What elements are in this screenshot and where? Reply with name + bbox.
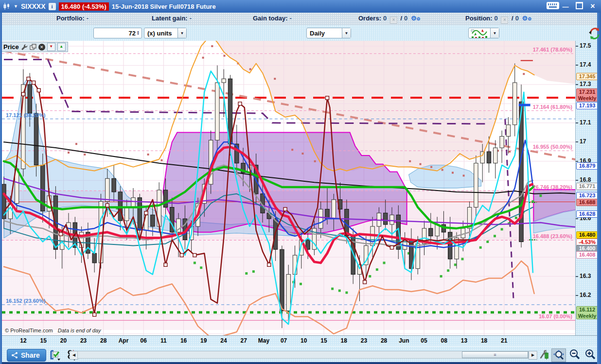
green-dot bbox=[454, 263, 457, 266]
move-panel-up-icon[interactable]: ▲ bbox=[57, 43, 66, 51]
y-tick-mark bbox=[576, 65, 578, 66]
red-dot bbox=[211, 45, 213, 47]
candlestick-icon[interactable] bbox=[3, 2, 11, 10]
price-axis[interactable]: 17.517.417.317.11716.916.816.616.316.217… bbox=[575, 41, 597, 335]
keyboard-icon[interactable] bbox=[547, 2, 557, 11]
green-dot bbox=[345, 292, 348, 294]
orders-settings-icon[interactable]: ⚙⚙ bbox=[411, 15, 421, 22]
zoom-tool-button[interactable] bbox=[551, 348, 566, 362]
zigzag-marker bbox=[21, 92, 25, 96]
x-tick-label: 23 bbox=[361, 337, 367, 344]
zoom-tool-icon bbox=[553, 349, 565, 361]
symbol-dropdown-caret[interactable]: ▼ bbox=[14, 4, 18, 9]
green-dot bbox=[331, 288, 334, 290]
cancel-orders-icon[interactable]: × bbox=[390, 17, 397, 24]
red-dot bbox=[224, 55, 226, 57]
timeframe-select[interactable]: Daily▼ bbox=[306, 28, 351, 38]
zigzag-marker bbox=[27, 77, 30, 81]
zoom-in-button[interactable] bbox=[583, 348, 597, 361]
green-dot bbox=[479, 246, 482, 249]
price-badge-17.231: 17.231Weekly bbox=[576, 88, 598, 102]
zigzag-marker bbox=[93, 313, 96, 316]
scroll-right-arrow[interactable]: ▶ bbox=[529, 351, 537, 360]
fib-label: 17.461 (78.60%) bbox=[533, 47, 573, 52]
close-position-icon[interactable]: × bbox=[501, 17, 508, 24]
y-tick-label: 17 bbox=[580, 138, 586, 145]
close-button[interactable]: × bbox=[587, 2, 598, 11]
zoom-out-icon bbox=[569, 349, 581, 361]
x-tick-label: Jun bbox=[399, 337, 409, 344]
zigzag-marker bbox=[238, 102, 242, 105]
x-tick-label: 18 bbox=[481, 337, 487, 344]
refresh-data-icon[interactable] bbox=[588, 26, 601, 41]
bottom-toolbar: Share ◀ ≡ ▶ bbox=[0, 346, 601, 364]
chart-type-dropdown-caret[interactable]: ▼ bbox=[490, 28, 499, 38]
red-dot bbox=[463, 174, 465, 176]
green-dot bbox=[338, 290, 341, 292]
close-panel-icon[interactable]: ✕ bbox=[38, 44, 45, 51]
candle bbox=[506, 117, 510, 154]
red-dot bbox=[161, 159, 163, 161]
position-settings-icon[interactable]: ⚙⚙ bbox=[522, 15, 532, 22]
y-tick-label: 17.4 bbox=[580, 61, 591, 68]
share-button[interactable]: Share bbox=[7, 349, 46, 362]
zigzag-marker bbox=[363, 280, 367, 284]
y-tick-label: 16.8 bbox=[580, 176, 591, 183]
window-title: 15-Jun-2018 Silver Full0718 Future bbox=[112, 3, 216, 10]
list-check-icon[interactable] bbox=[50, 350, 62, 361]
move-panel-down-icon[interactable]: ▼ bbox=[47, 43, 55, 51]
duplicate-window-icon[interactable] bbox=[30, 44, 36, 51]
fib-label: 16.488 (23.60%) bbox=[533, 233, 573, 239]
last-price-badge: 16.480 (-4.53%) bbox=[59, 2, 109, 11]
zigzag-marker bbox=[267, 263, 271, 266]
portfolio-field: Portfolio:- bbox=[56, 15, 88, 22]
y-tick-mark bbox=[576, 122, 578, 123]
green-dot bbox=[252, 270, 255, 273]
info-icon[interactable]: i bbox=[49, 3, 56, 10]
y-tick-mark bbox=[576, 141, 578, 142]
scrollbar-thumb[interactable]: ≡ bbox=[462, 351, 528, 358]
maximize-button[interactable] bbox=[574, 2, 584, 11]
title-bar: ▼ SIXXXX i 16.480 (-4.53%) 15-Jun-2018 S… bbox=[0, 0, 601, 13]
units-select[interactable]: (x) units▼ bbox=[144, 28, 187, 38]
minimize-button[interactable]: — bbox=[560, 3, 571, 10]
zoom-out-button[interactable] bbox=[568, 348, 582, 361]
x-tick-label: 08 bbox=[441, 337, 447, 344]
price-badge-16.628: 16.628 bbox=[576, 210, 598, 218]
periods-input[interactable]: 72 ▲▼ bbox=[93, 28, 142, 38]
chart-settings-icon[interactable] bbox=[538, 349, 550, 360]
red-dot bbox=[420, 163, 422, 165]
price-badge-16.112: 16.112Weekly bbox=[576, 306, 598, 319]
timeframe-dropdown-caret[interactable]: ▼ bbox=[342, 28, 351, 38]
green-dot bbox=[200, 266, 202, 269]
x-tick-label: 21 bbox=[501, 337, 507, 344]
green-dot bbox=[501, 228, 503, 230]
red-dot bbox=[509, 151, 511, 153]
zigzag-marker bbox=[144, 211, 148, 215]
zigzag-marker bbox=[37, 88, 40, 92]
wrench-icon[interactable] bbox=[21, 44, 28, 51]
share-icon bbox=[11, 352, 18, 359]
red-dot bbox=[84, 154, 86, 156]
price-badge-17.193: 17.193 bbox=[576, 102, 598, 109]
zigzag-marker bbox=[180, 254, 183, 257]
red-dot bbox=[523, 73, 525, 75]
green-dot bbox=[440, 275, 442, 277]
units-dropdown-caret[interactable]: ▼ bbox=[177, 28, 186, 38]
fib-label: 16.955 (50.00%) bbox=[533, 144, 573, 150]
periods-stepper[interactable]: ▲▼ bbox=[136, 31, 141, 35]
x-tick-label: 15 bbox=[320, 337, 327, 344]
chart-type-button[interactable]: ▼ bbox=[468, 28, 499, 38]
price-chart[interactable]: 17.461 (78.60%)17.164 (61.80%)16.955 (50… bbox=[2, 41, 575, 335]
red-dot bbox=[430, 166, 432, 168]
y-tick-mark bbox=[576, 276, 578, 277]
green-dot bbox=[383, 261, 386, 264]
red-dot bbox=[274, 78, 276, 80]
time-axis[interactable]: 1215202328Apr061116192427May071015182328… bbox=[0, 335, 601, 347]
y-tick-mark bbox=[576, 295, 578, 296]
red-dot bbox=[147, 154, 149, 156]
y-tick-mark bbox=[576, 161, 578, 162]
x-tick-label: 06 bbox=[141, 337, 147, 344]
green-dot bbox=[194, 261, 196, 264]
chart-scrollbar[interactable]: ≡ bbox=[77, 351, 529, 359]
